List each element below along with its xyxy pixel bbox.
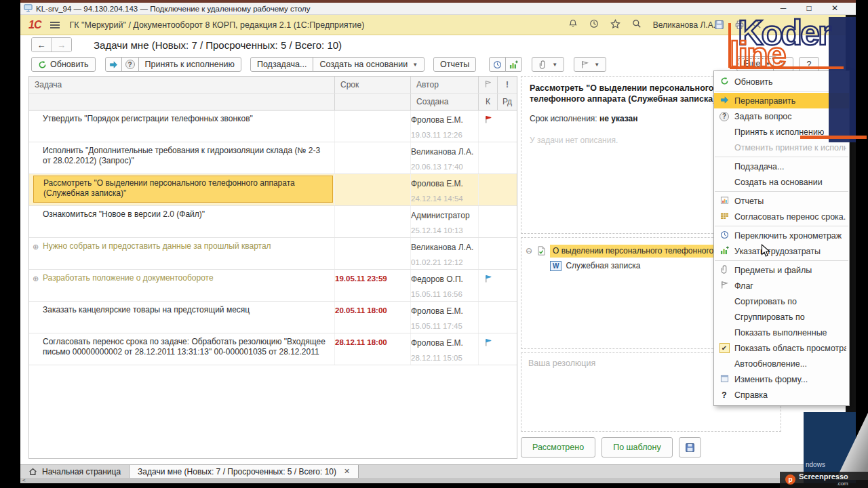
table-row[interactable]: Ознакомиться "Новое в версии 2.0 (Файл)"… [29,206,517,238]
menu-item[interactable]: ✔Показать область просмотра задач [714,340,849,356]
chevron-down-icon: ▼ [594,62,599,68]
menu-item[interactable]: Предметы и файлы [714,262,849,278]
menu-item[interactable]: Переключить хронометраж [714,228,849,243]
menu-item-label: Флаг [734,281,753,291]
history-icon[interactable] [589,19,599,30]
forward-task-button[interactable] [105,57,122,72]
column-author[interactable]: Автор [411,77,479,93]
menu-item[interactable]: ?Справка [714,387,849,403]
task-due: 28.12.11 18:00 [335,333,411,365]
windows-watermark-fragment: ndows [806,461,825,468]
reports-button[interactable]: Отчеты [433,57,476,72]
task-flag[interactable] [479,302,498,333]
task-title: Заказать канцелярские товары на предстоя… [43,305,328,315]
back-button[interactable]: ← [32,38,52,52]
table-row[interactable]: Рассмотреть "О выделении персонального т… [29,174,517,206]
find-icon[interactable] [752,20,762,31]
table-row[interactable]: Утвердить "Порядок регистрации телефонны… [29,110,517,142]
minimize-button[interactable]: ─ [778,3,788,13]
reviewed-button[interactable]: Рассмотрено [521,437,595,458]
close-button[interactable]: ✕ [830,3,840,13]
column-k[interactable]: К [479,94,498,110]
by-template-button[interactable]: По шаблону [601,437,673,458]
close-tab-icon[interactable]: ✕ [344,467,350,476]
task-due: 19.05.11 23:59 [335,270,411,301]
save-icon[interactable] [714,20,724,32]
forward-button[interactable]: → [52,38,71,52]
expand-icon[interactable]: ⊕ [33,243,39,251]
task-created: 15.05.11 17:45 [411,322,478,330]
menu-item[interactable]: Показать выполненные [714,325,849,340]
menu-item[interactable]: Перенаправить [714,93,849,108]
search-icon[interactable] [632,19,642,30]
subtask-button[interactable]: Подзадача... [250,57,314,72]
menu-item[interactable]: Обновить [714,74,849,89]
accept-button[interactable]: Принять к исполнению [138,57,241,72]
labor-costs-button[interactable] [505,57,522,72]
table-row[interactable]: ⊕Нужно собрать и предоставить данные за … [29,238,517,270]
favorites-star-icon[interactable] [610,19,620,31]
table-row[interactable]: ⊕Разработать положение о документооборот… [29,270,517,302]
create-from-button[interactable]: Создать на основании▼ [313,57,425,72]
tab-tasks[interactable]: Задачи мне (Новых: 7 / Просроченных: 5 /… [129,465,359,478]
menu-item-label: Отчеты [734,197,764,206]
flag-button[interactable]: ▼ [574,57,606,72]
menu-item[interactable]: Указать трудозатраты [714,243,849,259]
menu-item[interactable]: ?Задать вопрос [714,108,849,124]
menu-item-label: Показать область просмотра задач [734,344,846,353]
desktop: KL-srv_94 — 94.130.204.143 — Подключение… [0,0,868,488]
menu-item[interactable]: Сгруппировать по [714,309,849,325]
column-rd[interactable]: Рд [498,94,517,110]
clock-icon [493,60,502,69]
task-due [335,142,411,174]
help-button-2[interactable]: ? [799,57,819,72]
expand-icon[interactable]: ⊕ [33,274,39,283]
collapse-icon[interactable]: ⊖ [526,246,532,256]
subject-child-label[interactable]: Служебная записка [566,261,640,270]
task-flag[interactable] [479,270,498,301]
chevron-down-icon: ▼ [552,62,557,68]
table-row[interactable]: Заказать канцелярские товары на предстоя… [29,302,517,333]
ask-question-button[interactable]: ? [121,57,139,72]
maximize-button[interactable]: □ [804,3,814,13]
table-row[interactable]: Исполнить "Дополнительные требования к г… [29,142,517,174]
task-flag[interactable] [479,174,498,205]
tab-home[interactable]: Начальная страница [20,465,129,478]
help-button[interactable]: ? [773,57,793,72]
column-flag[interactable] [479,77,498,93]
save-resolution-button[interactable] [679,437,701,458]
bottom-scrollbar[interactable]: < [20,478,846,483]
menu-item[interactable]: Флаг [714,278,849,293]
column-task[interactable]: Задача [29,77,335,93]
column-due[interactable]: Срок [335,77,411,93]
menu-item[interactable]: Отчеты [714,193,849,209]
table-row[interactable]: Согласовать перенос срока по задаче: Обр… [29,333,517,365]
task-flag[interactable] [479,333,498,365]
task-flag[interactable] [479,238,498,269]
menu-item[interactable]: Автообновление... [714,356,849,371]
column-created[interactable]: Создана [411,94,479,110]
menu-item[interactable]: Подзадача... [714,159,849,174]
more-button[interactable]: Еще▼ [736,56,777,71]
task-flag[interactable] [479,110,498,142]
flag-icon [484,338,493,347]
refresh-button[interactable]: Обновить [31,57,96,72]
print-icon[interactable] [734,20,745,32]
chronometry-button[interactable] [489,57,506,72]
menu-item[interactable]: Согласовать перенос срока... [714,209,849,224]
menu-item[interactable]: Сортировать по [714,293,849,309]
flag-icon [484,115,493,124]
task-flag[interactable] [479,206,498,237]
open-windows-bar: Начальная страница Задачи мне (Новых: 7 … [20,464,846,478]
current-user[interactable]: Великанова Л.А. [653,20,715,30]
main-menu-icon[interactable] [50,20,60,30]
task-flag[interactable] [479,142,498,174]
menu-item[interactable]: Изменить форму... [714,371,849,387]
attachments-button[interactable]: ▼ [532,57,564,72]
menu-item[interactable]: Создать на основании [714,174,849,190]
notifications-bell-icon[interactable] [568,19,578,30]
menu-item[interactable]: Принять к исполнению [714,124,849,140]
flag-icon [580,60,589,69]
task-title: Разработать положение о документообороте [43,273,328,283]
column-importance[interactable]: ! [498,77,517,93]
